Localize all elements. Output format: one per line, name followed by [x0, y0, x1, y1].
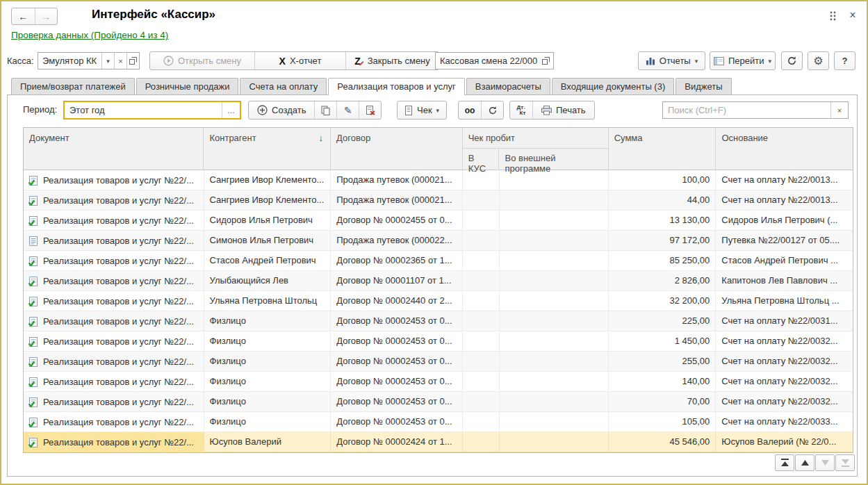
table-row[interactable]: Реализация товаров и услуг №22/...Симоно…	[24, 231, 853, 251]
table-row[interactable]: Реализация товаров и услуг №22/...Сидоро…	[24, 211, 853, 231]
cell-in-external[interactable]	[500, 372, 609, 392]
cell-sum[interactable]: 105,00	[609, 412, 716, 432]
table-row[interactable]: Реализация товаров и услуг №22/...Физлиц…	[24, 372, 853, 392]
cell-contract[interactable]: Договор № 00002453 от 0...	[331, 372, 463, 392]
data-check-link[interactable]: Проверка данных (Пройдено 4 из 4)	[11, 30, 168, 40]
cell-document[interactable]: Реализация товаров и услуг №22/...	[24, 352, 204, 372]
period-more-button[interactable]: ...	[222, 102, 240, 118]
cell-in-external[interactable]	[500, 352, 609, 372]
x-report-button[interactable]: X X-отчет	[254, 52, 345, 69]
cell-contract[interactable]: Договор № 00002424 от 1...	[331, 432, 463, 452]
cell-contract[interactable]: Продажа путевок (000021...	[331, 190, 463, 211]
cell-sum[interactable]: 70,00	[609, 392, 716, 412]
cell-counterparty[interactable]: Сидоров Илья Петрович	[204, 211, 331, 231]
cell-document[interactable]: Реализация товаров и услуг №22/...	[24, 432, 204, 452]
cell-document[interactable]: Реализация товаров и услуг №22/...	[24, 372, 204, 392]
cell-in-kus[interactable]	[463, 211, 500, 231]
table-row[interactable]: Реализация товаров и услуг №22/...Сангри…	[24, 190, 853, 211]
back-button[interactable]: ←	[12, 8, 35, 24]
cell-in-kus[interactable]	[463, 432, 500, 452]
cell-in-kus[interactable]	[463, 392, 500, 412]
refresh-button[interactable]	[781, 51, 803, 70]
cell-basis[interactable]: Юсупов Валерий (№ 22/0...	[716, 432, 853, 452]
cell-in-external[interactable]	[500, 231, 609, 251]
column-header-document[interactable]: Документ	[24, 128, 204, 170]
column-header-counterparty[interactable]: Контрагент ↓	[204, 128, 331, 170]
cashbox-select[interactable]: Эмулятор КК ▾ ×	[38, 52, 140, 69]
cell-sum[interactable]: 100,00	[609, 170, 716, 190]
debit-credit-button[interactable]: Дт↓Кт	[510, 101, 532, 119]
table-row[interactable]: Реализация товаров и услуг №22/...Физлиц…	[24, 331, 853, 352]
cell-contract[interactable]: Договор № 00002453 от 0...	[331, 352, 463, 372]
cell-basis[interactable]: Счет на оплату №22/0032...	[716, 372, 853, 392]
cell-basis[interactable]: Счет на оплату №22/0013...	[716, 190, 853, 211]
column-header-sum[interactable]: Сумма	[609, 128, 716, 170]
cell-in-external[interactable]	[500, 432, 609, 452]
cell-in-external[interactable]	[500, 211, 609, 231]
cell-sum[interactable]: 85 250,00	[609, 251, 716, 271]
tab-retail-sales[interactable]: Розничные продажи	[136, 78, 239, 94]
column-header-basis[interactable]: Основание	[716, 128, 853, 170]
cell-sum[interactable]: 255,00	[609, 352, 716, 372]
table-row[interactable]: Реализация товаров и услуг №22/...Стасов…	[24, 251, 853, 271]
refresh-list-button[interactable]	[481, 101, 503, 119]
cell-counterparty[interactable]: Стасов Андрей Петрович	[204, 251, 331, 271]
cell-in-kus[interactable]	[463, 251, 500, 271]
cash-shift-field[interactable]: Кассовая смена 22/0001	[435, 52, 554, 69]
copy-button[interactable]	[314, 101, 336, 119]
edit-button[interactable]: ✎	[336, 101, 359, 119]
cell-document[interactable]: Реализация товаров и услуг №22/...	[24, 271, 204, 291]
cell-sum[interactable]: 225,00	[609, 311, 716, 331]
cheque-button[interactable]: Чек ▾	[398, 101, 446, 119]
open-shift-button[interactable]: Открыть смену	[150, 52, 254, 69]
cell-document[interactable]: Реализация товаров и услуг №22/...	[24, 311, 204, 331]
cell-basis[interactable]: Путевка №22/00127 от 05....	[716, 231, 853, 251]
cell-contract[interactable]: Договор № 00002455 от 0...	[331, 211, 463, 231]
column-header-in-kus[interactable]: В КУС	[463, 149, 500, 169]
cell-in-kus[interactable]	[463, 331, 500, 352]
cell-basis[interactable]: Капитонов Лев Павлович ...	[716, 271, 853, 291]
cell-counterparty[interactable]: Физлицо	[204, 392, 331, 412]
cell-contract[interactable]: Договор № 00002453 от 0...	[331, 311, 463, 331]
cell-in-kus[interactable]	[463, 231, 500, 251]
cell-in-kus[interactable]	[463, 170, 500, 190]
tab-goods-services-sales[interactable]: Реализация товаров и услуг	[328, 78, 465, 95]
table-row[interactable]: Реализация товаров и услуг №22/...Улыбаю…	[24, 271, 853, 291]
cell-sum[interactable]: 140,00	[609, 372, 716, 392]
cell-in-external[interactable]	[500, 170, 609, 190]
print-button[interactable]: Печать	[532, 101, 594, 119]
cell-basis[interactable]: Ульяна Петровна Штольц ...	[716, 291, 853, 311]
cell-in-external[interactable]	[500, 392, 609, 412]
column-header-cheque-printed[interactable]: Чек пробит	[463, 128, 608, 149]
cell-document[interactable]: Реализация товаров и услуг №22/...	[24, 170, 204, 190]
search-clear-button[interactable]: ×	[830, 102, 848, 118]
cell-contract[interactable]: Договор № 00001107 от 1...	[331, 271, 463, 291]
cell-counterparty[interactable]: Ульяна Петровна Штольц	[204, 291, 331, 311]
tab-invoices[interactable]: Счета на оплату	[240, 78, 327, 94]
cell-document[interactable]: Реализация товаров и услуг №22/...	[24, 291, 204, 311]
cashbox-dropdown-button[interactable]: ▾	[101, 53, 114, 69]
cell-in-kus[interactable]	[463, 271, 500, 291]
tab-incoming-documents[interactable]: Входящие документы (3)	[552, 78, 674, 94]
create-button[interactable]: Создать	[249, 101, 314, 119]
cell-document[interactable]: Реализация товаров и услуг №22/...	[24, 331, 204, 352]
linked-documents-button[interactable]: oo	[459, 101, 481, 119]
cell-in-external[interactable]	[500, 271, 609, 291]
cell-counterparty[interactable]: Сангриев Ивор Клементо...	[204, 170, 331, 190]
cell-document[interactable]: Реализация товаров и услуг №22/...	[24, 412, 204, 432]
cell-in-external[interactable]	[500, 190, 609, 211]
cell-in-kus[interactable]	[463, 311, 500, 331]
cell-document[interactable]: Реализация товаров и услуг №22/...	[24, 211, 204, 231]
cell-contract[interactable]: Продажа путевок (000021...	[331, 170, 463, 190]
cell-in-external[interactable]	[500, 331, 609, 352]
cell-basis[interactable]: Счет на оплату №22/0033...	[716, 412, 853, 432]
cell-basis[interactable]: Счет на оплату №22/0032...	[716, 352, 853, 372]
cell-counterparty[interactable]: Физлицо	[204, 311, 331, 331]
goto-button[interactable]: Перейти ▾	[710, 51, 776, 70]
cell-counterparty[interactable]: Симонов Илья Петрович	[204, 231, 331, 251]
cell-counterparty[interactable]: Физлицо	[204, 412, 331, 432]
cashbox-clear-button[interactable]: ×	[114, 53, 126, 69]
table-row[interactable]: Реализация товаров и услуг №22/...Физлиц…	[24, 311, 853, 331]
go-last-button[interactable]	[835, 454, 855, 471]
cell-document[interactable]: Реализация товаров и услуг №22/...	[24, 251, 204, 271]
